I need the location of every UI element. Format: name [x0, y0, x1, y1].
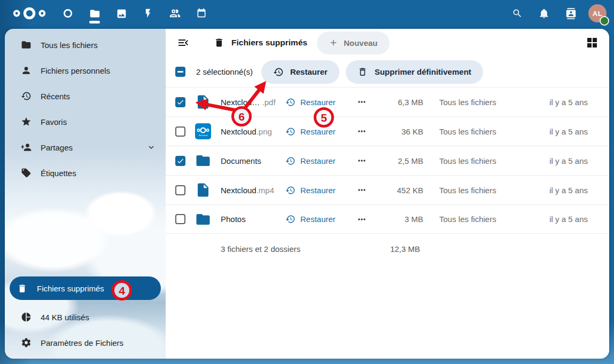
row-restore-action[interactable]: Restaurer: [285, 185, 356, 195]
row-actions-menu-icon[interactable]: [356, 126, 367, 137]
row-actions-menu-icon[interactable]: [356, 214, 367, 225]
file-size: 6,3 MB: [367, 98, 423, 107]
files-content: Fichiers supprimés Nouveau 2 sélectionné…: [166, 29, 609, 359]
sidebar-item-files-settings[interactable]: Paramètres de Fichiers: [5, 330, 166, 355]
restore-button-label: Restaurer: [290, 67, 328, 76]
folder-icon: [195, 211, 211, 227]
grid-view-icon[interactable]: [586, 36, 600, 49]
file-size: 3 MB: [367, 215, 423, 224]
file-name: Nextcloud.png: [221, 127, 285, 136]
page-title: Fichiers supprimés: [231, 38, 307, 48]
trash-icon: [17, 283, 28, 294]
row-actions-menu-icon[interactable]: [356, 185, 367, 195]
file-deleted-date: il y a 5 ans: [533, 127, 609, 136]
file-origin: Tous les fichiers: [439, 156, 533, 165]
folder-icon: [21, 39, 32, 50]
summary-size: 12,3 MB: [364, 244, 420, 254]
photos-icon[interactable]: [108, 0, 135, 27]
file-deleted-date: il y a 5 ans: [533, 186, 609, 195]
file-origin: Tous les fichiers: [439, 186, 533, 195]
file-list: Nextclou… .pdf Restaurer 6,3 MB Tous les…: [166, 87, 609, 234]
files-icon[interactable]: [81, 0, 108, 27]
history-restore-icon: [285, 214, 296, 224]
history-restore-icon: [285, 156, 296, 166]
sidebar-item-deleted-files[interactable]: Fichiers supprimés: [10, 276, 161, 300]
plus-icon: [329, 38, 338, 48]
restore-link: Restaurer: [300, 127, 336, 136]
svg-text:Nextcloud: Nextcloud: [199, 134, 207, 137]
delete-permanently-button[interactable]: Supprimer définitivement: [346, 60, 483, 84]
file-deleted-date: il y a 5 ans: [533, 156, 609, 165]
row-actions-menu-icon[interactable]: [356, 97, 367, 107]
history-restore-icon: [285, 185, 296, 195]
folder-icon: [195, 153, 211, 169]
activity-icon[interactable]: [135, 0, 161, 27]
file-row-nextcloud-png[interactable]: Nextcloud Nextcloud.png Restaurer 36 KB …: [166, 116, 609, 146]
restore-link: Restaurer: [300, 98, 336, 107]
file-size: 36 KB: [367, 127, 423, 136]
row-restore-action[interactable]: Restaurer: [285, 97, 356, 107]
history-restore-icon: [273, 67, 284, 77]
file-deleted-date: il y a 5 ans: [533, 98, 609, 107]
sidebar-item-shares[interactable]: Partages: [5, 134, 166, 160]
file-row-photos[interactable]: Photos Restaurer 3 MB Tous les fichiers …: [166, 204, 609, 234]
files-sidebar: Tous les fichiers Fichiers personnels Ré…: [5, 29, 166, 359]
row-checkbox-checked[interactable]: [175, 97, 185, 107]
sidebar-item-personal-files[interactable]: Fichiers personnels: [5, 58, 166, 83]
new-button[interactable]: Nouveau: [317, 31, 389, 54]
sidebar-item-label: Paramètres de Fichiers: [41, 338, 123, 347]
sidebar-item-recent[interactable]: Récents: [5, 83, 166, 109]
file-origin: Tous les fichiers: [439, 98, 533, 107]
search-icon[interactable]: [504, 0, 531, 27]
sidebar-item-all-files[interactable]: Tous les fichiers: [5, 32, 166, 58]
file-row-nextcloud-pdf[interactable]: Nextclou… .pdf Restaurer 6,3 MB Tous les…: [166, 87, 609, 116]
restore-button[interactable]: Restaurer: [261, 60, 339, 84]
file-size: 452 KB: [367, 186, 423, 195]
tag-icon: [21, 168, 32, 178]
contacts-app-icon[interactable]: [161, 0, 188, 27]
restore-link: Restaurer: [300, 215, 336, 224]
contacts-menu-icon[interactable]: [557, 0, 584, 27]
row-restore-action[interactable]: Restaurer: [285, 156, 356, 166]
new-button-label: Nouveau: [344, 38, 377, 48]
restore-link: Restaurer: [300, 186, 336, 195]
dashboard-icon[interactable]: [55, 0, 81, 27]
sidebar-item-tags[interactable]: Étiquettes: [5, 160, 166, 186]
sidebar-item-label: Partages: [41, 143, 73, 152]
file-size: 2,5 MB: [367, 156, 423, 165]
delete-button-label: Supprimer définitivement: [375, 67, 471, 76]
notifications-bell-icon[interactable]: [531, 0, 557, 27]
summary-count: 3 fichiers et 2 dossiers: [221, 244, 300, 254]
selection-count: 2 sélectionné(s): [196, 67, 253, 76]
sidebar-item-favorites[interactable]: Favoris: [5, 109, 166, 134]
row-checkbox-unchecked[interactable]: [175, 214, 185, 224]
row-restore-action[interactable]: Restaurer: [285, 126, 356, 137]
user-avatar[interactable]: AL: [584, 0, 611, 27]
gear-icon: [21, 337, 32, 348]
star-icon: [21, 116, 32, 127]
row-checkbox-checked[interactable]: [175, 156, 185, 166]
file-row-nextcloud-mp4[interactable]: Nextcloud.mp4 Restaurer 452 KB Tous les …: [166, 175, 609, 204]
nextcloud-logo[interactable]: [12, 7, 47, 20]
active-app-indicator: [89, 21, 100, 23]
select-all-checkbox[interactable]: [175, 67, 185, 77]
row-checkbox-unchecked[interactable]: [175, 185, 185, 195]
top-bar: AL: [0, 0, 614, 27]
row-actions-menu-icon[interactable]: [356, 155, 367, 166]
row-checkbox-unchecked[interactable]: [175, 126, 185, 137]
calendar-icon[interactable]: [188, 0, 215, 27]
sidebar-item-label: Tous les fichiers: [41, 41, 98, 50]
chevron-down-icon[interactable]: [146, 143, 156, 152]
row-restore-action[interactable]: Restaurer: [285, 214, 356, 224]
trash-outline-icon: [357, 67, 368, 77]
sidebar-nav: Tous les fichiers Fichiers personnels Ré…: [5, 29, 166, 186]
sidebar-item-label: Étiquettes: [41, 169, 76, 178]
close-sidebar-icon[interactable]: [176, 36, 190, 50]
file-name: Nextclou… .pdf: [221, 98, 285, 107]
trash-icon: [214, 37, 224, 48]
sidebar-item-quota[interactable]: 44 KB utilisés: [5, 304, 166, 330]
file-row-documents[interactable]: Documents Restaurer 2,5 MB Tous les fich…: [166, 146, 609, 175]
history-restore-icon: [285, 97, 296, 107]
file-name: Nextcloud.mp4: [221, 186, 285, 195]
sidebar-bottom: Fichiers supprimés 44 KB utilisés Paramè…: [5, 276, 166, 359]
